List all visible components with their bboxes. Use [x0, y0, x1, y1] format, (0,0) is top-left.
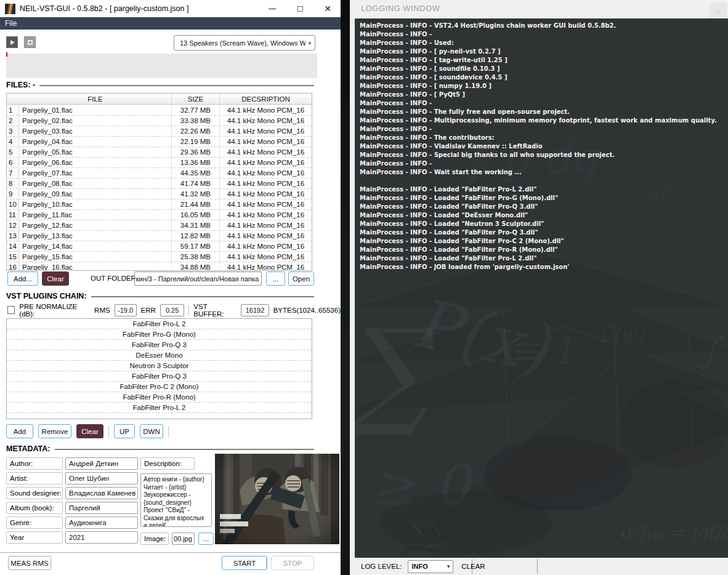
title-bar[interactable]: NEIL-VST-GUI - 0.5.8b2 - [ pargeliy-cust…	[0, 0, 341, 17]
rms-input[interactable]: -19.0	[115, 304, 137, 316]
clear-plugins-button[interactable]: Clear	[76, 424, 103, 438]
log-line: MainProcess - INFO - Used:	[360, 39, 727, 47]
main-window: NEIL-VST-GUI - 0.5.8b2 - [ pargeliy-cust…	[0, 0, 341, 575]
audio-device-select[interactable]: 13 Speakers (Scream Wave), Windows WDM- …	[174, 35, 315, 50]
pre-normalize-checkbox[interactable]	[7, 306, 15, 314]
play-button[interactable]	[6, 36, 18, 48]
plugin-list-item[interactable]: FabFilter Pro-R (Mono)	[7, 392, 312, 403]
file-description: 44.1 kHz Mono PCM_16	[219, 105, 312, 115]
table-row[interactable]: 9Pargeliy_09.flac41.32 MB44.1 kHz Mono P…	[7, 188, 312, 199]
add-files-button[interactable]: Add...	[7, 271, 38, 286]
metadata-field-input[interactable]: Владислав Каменев	[65, 487, 138, 499]
log-level-label: LOG LEVEL:	[361, 563, 402, 570]
plugin-list-item[interactable]: FabFilter Pro-G (Mono)	[7, 329, 312, 340]
metadata-field-input[interactable]: Паргелий	[65, 502, 138, 514]
file-description: 44.1 kHz Mono PCM_16	[219, 220, 312, 230]
pre-normalize-label: PRE NORMALIZE (dB):	[19, 303, 90, 318]
log-line: MainProcess - INFO - Loaded "Neutron 3 S…	[360, 220, 727, 228]
table-row[interactable]: 15Pargeliy_15.flac25.38 MB44.1 kHz Mono …	[7, 251, 312, 262]
file-description: 44.1 kHz Mono PCM_16	[219, 126, 312, 136]
stop-preview-button[interactable]	[24, 36, 36, 48]
row-number: 6	[7, 158, 19, 167]
log-output[interactable]: ∑ P(x) ≡ 1 ≥ 0 ∑∑ Γ(ψ) ∫ σ²ƒ₍ₓ₎ = (∂f/∂x…	[355, 18, 728, 558]
files-table[interactable]: FILE SIZE DECSRIPTION 1Pargeliy_01.flac3…	[6, 93, 312, 271]
log-line: MainProcess - INFO - Wait start the work…	[360, 168, 727, 177]
plugin-list-item[interactable]: DeEsser Mono	[7, 350, 312, 361]
files-table-header: FILE SIZE DECSRIPTION	[7, 94, 312, 105]
table-row[interactable]: 12Pargeliy_12.flac34.31 MB44.1 kHz Mono …	[7, 220, 312, 230]
move-down-button[interactable]: DWN	[140, 424, 163, 438]
table-row[interactable]: 11Pargeliy_11.flac16.05 MB44.1 kHz Mono …	[7, 209, 312, 220]
menu-item-file[interactable]: File	[5, 19, 17, 28]
pre-normalize-row: PRE NORMALIZE (dB): RMS -19.0 ERR 0.25 V…	[7, 304, 341, 316]
table-row[interactable]: 2Pargeliy_02.flac33.38 MB44.1 kHz Mono P…	[7, 115, 312, 126]
file-name: Pargeliy_09.flac	[19, 189, 171, 199]
table-row[interactable]: 6Pargeliy_06.flac13.36 MB44.1 kHz Mono P…	[7, 157, 312, 167]
row-number: 16	[7, 262, 19, 271]
metadata-field-input[interactable]: Олег Шубин	[65, 472, 138, 485]
table-row[interactable]: 14Pargeliy_14.flac59.17 MB44.1 kHz Mono …	[7, 241, 312, 251]
heading-rule	[55, 449, 314, 450]
plugin-list-item[interactable]: FabFilter Pro-L 2	[7, 403, 312, 413]
table-row[interactable]: 5Pargeliy_05.flac29.36 MB44.1 kHz Mono P…	[7, 147, 312, 157]
vst-buffer-label: VST BUFFER:	[193, 303, 237, 318]
vst-buffer-input[interactable]: 16192	[241, 304, 269, 316]
logging-footer: LOG LEVEL: INFO ▾ CLEAR	[350, 558, 728, 575]
plugin-list-item[interactable]: FabFilter Pro-L 2	[7, 319, 312, 329]
table-row[interactable]: 13Pargeliy_13.flac12.82 MB44.1 kHz Mono …	[7, 230, 312, 241]
file-name: Pargeliy_15.flac	[19, 252, 171, 262]
file-name: Pargeliy_03.flac	[19, 126, 171, 136]
err-label: ERR	[141, 307, 156, 314]
close-button[interactable]: ✕	[314, 0, 341, 17]
metadata-field-input[interactable]: Аудиокнига	[65, 517, 138, 529]
metadata-field-label: Author:	[6, 457, 63, 470]
log-line: MainProcess - INFO - Loaded "FabFilter P…	[360, 254, 727, 263]
table-row[interactable]: 10Pargeliy_10.flac21.44 MB44.1 kHz Mono …	[7, 199, 312, 209]
minimize-button[interactable]: —	[259, 0, 286, 17]
err-input[interactable]: 0.25	[160, 304, 185, 316]
stop-button[interactable]: STOP	[271, 556, 314, 570]
file-size: 21.44 MB	[171, 199, 219, 209]
file-description: 44.1 kHz Mono PCM_16	[219, 262, 312, 271]
open-folder-button[interactable]: Open	[288, 271, 314, 286]
plugin-list[interactable]: FabFilter Pro-L 2FabFilter Pro-G (Mono)F…	[6, 318, 312, 419]
maximize-button[interactable]	[286, 0, 313, 17]
table-row[interactable]: 4Pargeliy_04.flac22.19 MB44.1 kHz Mono P…	[7, 136, 312, 147]
log-line: MainProcess - INFO - The fully free and …	[360, 108, 727, 116]
out-folder-browse-button[interactable]: ...	[266, 271, 285, 286]
metadata-field-input[interactable]: Андрей Деткин	[65, 457, 138, 470]
file-name: Pargeliy_14.flac	[19, 241, 171, 251]
logging-close-button[interactable]: x	[710, 3, 727, 20]
row-number: 4	[7, 137, 19, 147]
meas-rms-button[interactable]: MEAS RMS	[8, 556, 51, 570]
file-size: 13.36 MB	[171, 158, 219, 167]
file-name: Pargeliy_12.flac	[19, 220, 171, 230]
move-up-button[interactable]: UP	[114, 424, 135, 438]
plugin-list-item[interactable]: FabFilter Pro-Q 3	[7, 371, 312, 382]
table-row[interactable]: 16Pargeliy_16.flac34.88 MB44.1 kHz Mono …	[7, 262, 312, 271]
start-button[interactable]: START	[222, 556, 267, 570]
plugin-list-item[interactable]: FabFilter Pro-Q 3	[7, 340, 312, 350]
log-line	[360, 177, 727, 185]
description-textarea[interactable]: Автор книги - {author} Читает - {artist}…	[140, 473, 212, 527]
table-row[interactable]: 1Pargeliy_01.flac32.77 MB44.1 kHz Mono P…	[7, 105, 312, 115]
clear-files-button[interactable]: Clear	[42, 271, 69, 286]
image-filename-input[interactable]: 00.jpg	[172, 533, 195, 545]
file-name: Pargeliy_01.flac	[19, 105, 171, 115]
out-folder-input[interactable]: Деткин/3 - Паргелий/out/clean/Новая папк…	[134, 271, 262, 286]
file-size: 44.35 MB	[171, 168, 219, 178]
plugin-list-item[interactable]: FabFilter Pro-C 2 (Mono)	[7, 382, 312, 392]
file-description: 44.1 kHz Mono PCM_16	[219, 116, 312, 126]
vst-heading-text: VST PLUGINS CHAIN:	[6, 292, 87, 300]
add-plugin-button[interactable]: Add	[6, 424, 33, 438]
table-row[interactable]: 7Pargeliy_07.flac44.35 MB44.1 kHz Mono P…	[7, 167, 312, 178]
metadata-field-input[interactable]: 2021	[65, 531, 138, 544]
log-clear-button[interactable]: CLEAR	[439, 559, 507, 574]
table-row[interactable]: 8Pargeliy_08.flac41.74 MB44.1 kHz Mono P…	[7, 178, 312, 188]
file-size: 25.38 MB	[171, 252, 219, 262]
table-row[interactable]: 3Pargeliy_03.flac22.26 MB44.1 kHz Mono P…	[7, 126, 312, 136]
heading-rule	[91, 296, 314, 297]
remove-plugin-button[interactable]: Remove	[38, 424, 71, 438]
image-browse-button[interactable]: ...	[198, 533, 214, 545]
plugin-list-item[interactable]: Neutron 3 Sculptor	[7, 361, 312, 371]
